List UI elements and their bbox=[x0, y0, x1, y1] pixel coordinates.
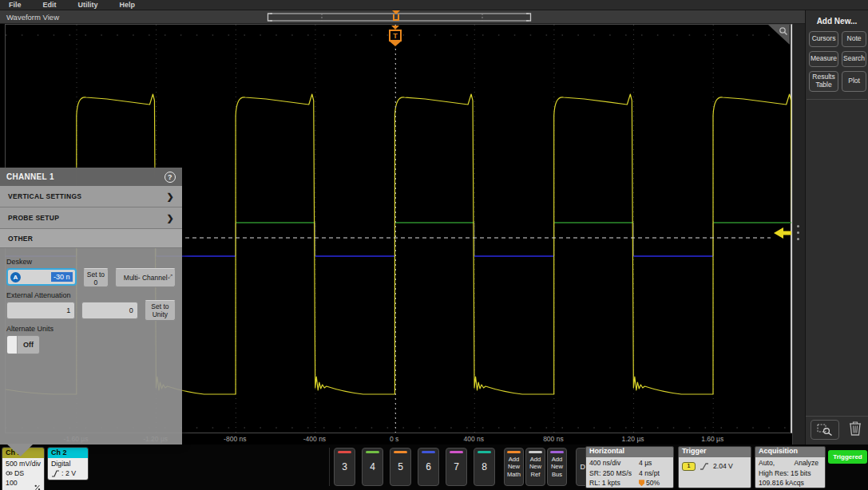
trigger-flag-tip-icon bbox=[390, 41, 401, 46]
ch2-badge-header: Ch 2 bbox=[48, 448, 88, 458]
menu-file[interactable]: File bbox=[9, 1, 22, 9]
chevron-right-icon: ❯ bbox=[166, 192, 174, 202]
oscilloscope-screen: File Edit Utility Help Waveform View Clo… bbox=[0, 0, 868, 490]
alternate-units-toggle[interactable]: Off bbox=[6, 335, 40, 354]
multi-channel-button[interactable]: Multi- Channel ⤢ bbox=[115, 268, 176, 287]
ch2-badge[interactable]: Ch 2 Digital : 2 V bbox=[47, 447, 89, 480]
section-probe-setup[interactable]: PROBE SETUP ❯ bbox=[0, 207, 182, 229]
channel-4-button[interactable]: 4 bbox=[362, 448, 383, 486]
math-color-stripe bbox=[507, 451, 521, 453]
ref-color-stripe bbox=[529, 451, 542, 453]
channel-8-button[interactable]: 8 bbox=[474, 448, 495, 486]
ch1-bandwidth: 100 MHz bbox=[6, 478, 33, 490]
horizontal-scale: 400 ns/div bbox=[589, 458, 639, 468]
acquisition-count: 109.816 kAcqs bbox=[759, 478, 822, 488]
trigger-position-icon bbox=[639, 480, 644, 486]
deskew-label: Deskew bbox=[6, 258, 176, 266]
axis-tick-label: -400 ns bbox=[303, 435, 326, 443]
axis-tick-label: 800 ns bbox=[543, 435, 564, 443]
chevron-right-icon: ❯ bbox=[166, 213, 174, 223]
attenuation-ratio-input[interactable]: 1 bbox=[6, 302, 75, 319]
zoom-mode-button[interactable] bbox=[811, 420, 839, 440]
menu-help[interactable]: Help bbox=[120, 1, 136, 9]
channel-8-color-stripe bbox=[478, 451, 491, 453]
channel-4-color-stripe bbox=[366, 451, 379, 453]
grip-handle-icon bbox=[797, 225, 799, 240]
channel1-panel-title: CHANNEL 1 bbox=[6, 172, 54, 181]
trigger-position-flag[interactable]: T bbox=[389, 30, 402, 41]
ch1-scale: 500 mV/div bbox=[6, 459, 41, 468]
bottom-bar: Ch 1 500 mV/div DS 100 MHz bbox=[0, 445, 868, 490]
add-cursors-button[interactable]: Cursors bbox=[809, 31, 838, 47]
set-to-unity-button[interactable]: Set to Unity bbox=[145, 300, 176, 321]
channel-7-button[interactable]: 7 bbox=[446, 448, 467, 486]
trigger-source-badge: 1 bbox=[682, 462, 696, 471]
trash-button[interactable] bbox=[849, 421, 862, 439]
acquisition-resolution: High Res: 15 bits bbox=[759, 468, 822, 479]
deskew-input[interactable]: A -30 n bbox=[6, 268, 77, 286]
bandwidth-icon bbox=[34, 484, 41, 490]
axis-tick-label: 1.60 µs bbox=[701, 435, 723, 443]
horizontal-record-length: RL: 1 kpts bbox=[589, 478, 639, 488]
sidebar-bottom-toolbar bbox=[806, 416, 868, 443]
axis-tick-label: 1.20 µs bbox=[622, 435, 644, 443]
add-results-table-button[interactable]: Results Table bbox=[809, 71, 838, 92]
bar-divider bbox=[329, 448, 330, 486]
triggered-status-badge: Triggered bbox=[828, 450, 867, 464]
knob-a-icon[interactable]: A bbox=[10, 272, 21, 283]
ch1-probe: DS bbox=[14, 468, 24, 478]
acquisition-title: Acquisition bbox=[755, 447, 825, 457]
horizontal-position: 50% bbox=[646, 478, 660, 488]
add-new-math-button[interactable]: Add New Math bbox=[504, 448, 524, 486]
channel-5-button[interactable]: 5 bbox=[390, 448, 411, 486]
ch2-threshold: : 2 V bbox=[61, 468, 76, 478]
waveform-view-titlebar: Waveform View bbox=[0, 10, 805, 24]
add-new-sidebar: Add New... Cursors Note Measure Search R… bbox=[805, 10, 868, 445]
trigger-panel[interactable]: Trigger 1 2.04 V bbox=[678, 446, 751, 488]
section-vertical-settings[interactable]: VERTICAL SETTINGS ❯ bbox=[0, 186, 182, 207]
help-icon[interactable]: ? bbox=[164, 172, 176, 183]
axis-tick-label: 400 ns bbox=[463, 435, 484, 443]
horizontal-panel[interactable]: Horizontal 400 ns/div4 µs SR: 250 MS/s4 … bbox=[585, 446, 674, 488]
channel1-config-panel: CHANNEL 1 ? VERTICAL SETTINGS ❯ PROBE SE… bbox=[0, 168, 182, 445]
record-trigger-marker-icon[interactable] bbox=[393, 14, 399, 21]
axis-tick-label: -800 ns bbox=[224, 435, 246, 443]
add-new-ref-button[interactable]: Add New Ref bbox=[525, 448, 545, 486]
horizontal-resolution: 4 ns/pt bbox=[639, 468, 660, 479]
alternate-units-state: Off bbox=[18, 336, 39, 354]
horizontal-window: 4 µs bbox=[639, 458, 652, 468]
axis-tick-label: 0 s bbox=[390, 435, 398, 443]
expand-icon: ⤢ bbox=[168, 274, 172, 280]
panel-splitter[interactable] bbox=[792, 24, 805, 445]
attenuation-db-input[interactable]: 0 bbox=[81, 302, 138, 319]
channel-6-button[interactable]: 6 bbox=[418, 448, 439, 486]
add-plot-button[interactable]: Plot bbox=[842, 71, 866, 92]
channel1-panel-header[interactable]: CHANNEL 1 ? bbox=[0, 168, 182, 186]
horizontal-sample-rate: SR: 250 MS/s bbox=[589, 468, 639, 479]
probe-icon bbox=[6, 470, 13, 476]
rising-slope-icon bbox=[700, 462, 709, 471]
menu-utility[interactable]: Utility bbox=[78, 1, 98, 9]
add-measure-button[interactable]: Measure bbox=[809, 51, 838, 67]
add-search-button[interactable]: Search bbox=[842, 51, 866, 67]
channel-6-color-stripe bbox=[422, 451, 435, 453]
channel-3-button[interactable]: 3 bbox=[334, 448, 355, 486]
acquisition-panel[interactable]: Acquisition Auto, Analyze High Res: 15 b… bbox=[755, 446, 826, 488]
horizontal-title: Horizontal bbox=[586, 447, 673, 457]
ch2-mode: Digital bbox=[51, 459, 85, 468]
toggle-knob-icon bbox=[7, 336, 18, 354]
alternate-units-label: Alternate Units bbox=[6, 325, 176, 333]
bus-color-stripe bbox=[550, 451, 564, 453]
external-attenuation-label: External Attenuation bbox=[6, 291, 176, 299]
acquisition-mode: Auto, bbox=[759, 458, 775, 468]
menu-edit[interactable]: Edit bbox=[43, 1, 57, 9]
add-note-button[interactable]: Note bbox=[842, 31, 866, 47]
trigger-level: 2.04 V bbox=[713, 461, 733, 472]
set-to-zero-button[interactable]: Set to 0 bbox=[83, 268, 109, 287]
section-other[interactable]: OTHER bbox=[0, 229, 182, 248]
channel-7-color-stripe bbox=[450, 451, 463, 453]
trigger-level-arrow-icon[interactable] bbox=[774, 227, 791, 239]
add-new-bus-button[interactable]: Add New Bus bbox=[547, 448, 567, 486]
waveform-view-title: Waveform View bbox=[6, 13, 59, 22]
add-new-title: Add New... bbox=[806, 17, 868, 26]
